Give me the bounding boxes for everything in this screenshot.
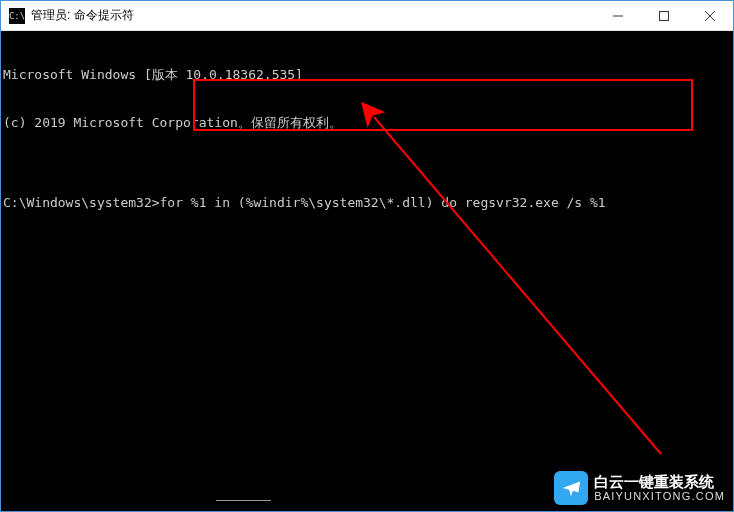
console-line: Microsoft Windows [版本 10.0.18362.535] [3, 67, 731, 83]
watermark-url: BAIYUNXITONG.COM [594, 490, 725, 502]
maximize-icon [659, 11, 669, 21]
close-icon [705, 11, 715, 21]
maximize-button[interactable] [641, 1, 687, 30]
svg-rect-1 [660, 11, 669, 20]
cmd-icon-label: C:\ [9, 11, 25, 21]
watermark-text: 白云一键重装系统 BAIYUNXITONG.COM [594, 474, 725, 503]
console-command: for %1 in (%windir%\system32\*.dll) do r… [160, 195, 606, 211]
watermark-line [216, 500, 271, 501]
titlebar: C:\ 管理员: 命令提示符 [1, 1, 733, 31]
watermark-title: 白云一键重装系统 [594, 474, 725, 491]
minimize-button[interactable] [595, 1, 641, 30]
console-prompt: C:\Windows\system32> [3, 195, 160, 211]
command-prompt-window: C:\ 管理员: 命令提示符 Microsoft Windo [0, 0, 734, 512]
console-line: (c) 2019 Microsoft Corporation。保留所有权利。 [3, 115, 731, 131]
window-title: 管理员: 命令提示符 [31, 7, 134, 24]
watermark: 白云一键重装系统 BAIYUNXITONG.COM [554, 471, 725, 505]
window-controls [595, 1, 733, 30]
minimize-icon [613, 11, 623, 21]
watermark-logo-icon [554, 471, 588, 505]
close-button[interactable] [687, 1, 733, 30]
cmd-icon: C:\ [9, 8, 25, 24]
console-area[interactable]: Microsoft Windows [版本 10.0.18362.535] (c… [1, 31, 733, 511]
console-prompt-row: C:\Windows\system32>for %1 in (%windir%\… [3, 195, 731, 211]
